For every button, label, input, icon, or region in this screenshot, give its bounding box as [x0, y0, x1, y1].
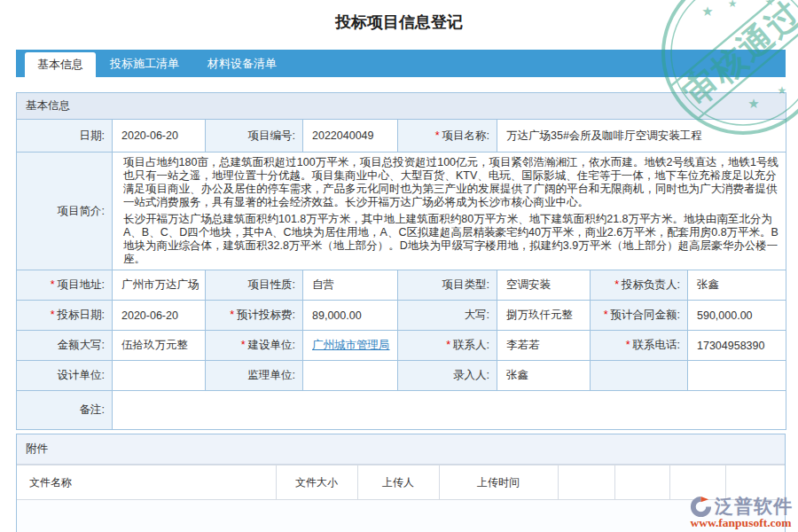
nature-value: 自营: [303, 270, 398, 301]
bid-leader-value: 张鑫: [688, 270, 786, 301]
tab-material-equipment-list[interactable]: 材料设备清单: [193, 50, 291, 77]
col-empty-1: [558, 466, 614, 500]
project-name-label: *项目名称:: [398, 120, 497, 153]
page-title: 投标项目信息登记: [0, 12, 798, 33]
required-mark: *: [435, 129, 440, 142]
star-icon: ★: [728, 0, 738, 10]
tab-bid-construction-list[interactable]: 投标施工清单: [96, 50, 193, 77]
contact-value: 李若若: [497, 331, 591, 361]
col-uploader: 上传人: [357, 466, 439, 500]
required-mark: *: [241, 339, 246, 351]
required-mark: *: [446, 339, 450, 351]
project-no-label: 项目编号:: [206, 120, 303, 153]
summary-label: 项目简介:: [17, 153, 113, 270]
required-mark: *: [626, 339, 630, 351]
table-row: 设计单位: 监理单位: 录入人: 张鑫: [17, 361, 786, 391]
col-file-size: 文件大小: [276, 466, 357, 500]
bid-date-label: *投标日期:: [17, 301, 113, 331]
date-value: 2020-06-20: [113, 120, 206, 153]
table-row: *项目地址: 广州市万达广场 项目性质: 自营 项目类型: 空调安装 *投标负责…: [17, 270, 786, 301]
tab-basic-info[interactable]: 基本信息: [25, 52, 96, 77]
supervisor-unit-label: 监理单位:: [206, 361, 303, 391]
empty-value-cell: [688, 361, 786, 391]
required-mark: *: [230, 309, 234, 321]
col-upload-time: 上传时间: [439, 466, 558, 500]
table-row: 备注:: [17, 391, 786, 430]
phone-label: *联系电话:: [591, 331, 688, 361]
fee-caps-value: 捌万玖仟元整: [497, 301, 591, 331]
fee-caps-label: 大写:: [398, 301, 497, 331]
date-label: 日期:: [17, 120, 113, 153]
design-unit-value: [113, 361, 206, 391]
project-name-value: 万达广场35#会所及咖啡厅空调安装工程: [497, 120, 786, 153]
builder-value: 广州城市管理局: [303, 331, 398, 361]
entry-person-label: 录入人:: [398, 361, 497, 391]
est-contract-value: 590,000.00: [688, 301, 786, 331]
required-mark: *: [51, 309, 55, 321]
amount-caps-label: 金额大写:: [17, 331, 113, 361]
empty-label-cell: [591, 361, 688, 391]
type-value: 空调安装: [497, 270, 591, 301]
star-icon: ★: [765, 0, 775, 8]
attachments-header-row: 文件名称 文件大小 上传人 上传时间: [17, 466, 785, 500]
table-row: *投标日期: 2020-06-20 *预计投标费: 89,000.00 大写: …: [17, 301, 786, 331]
bid-leader-label: *投标负责人:: [591, 270, 688, 301]
fanpu-logo-icon: [689, 495, 713, 519]
est-bid-fee-value: 89,000.00: [303, 301, 398, 331]
design-unit-label: 设计单位:: [17, 361, 113, 391]
basic-info-table: 基本信息 日期: 2020-06-20 项目编号: 2022040049 *项目…: [16, 92, 786, 430]
col-empty-2: [614, 466, 669, 500]
type-label: 项目类型:: [398, 270, 497, 301]
attachments-table: 文件名称 文件大小 上传人 上传时间: [17, 465, 785, 500]
required-mark: *: [51, 278, 55, 291]
attachments-panel: 附件 文件名称 文件大小 上传人 上传时间: [16, 434, 786, 532]
required-mark: *: [604, 309, 608, 321]
bid-date-value: 2020-06-20: [113, 301, 206, 331]
attachments-title: 附件: [17, 434, 785, 465]
tab-bar: 基本信息 投标施工清单 材料设备清单: [16, 50, 786, 77]
address-label: *项目地址:: [17, 270, 113, 301]
table-row: 金额大写: 伍拾玖万元整 *建设单位: 广州城市管理局 *联系人: 李若若 *联…: [17, 331, 786, 361]
section-header-basic-info: 基本信息: [17, 93, 786, 120]
required-mark: *: [614, 278, 619, 291]
builder-label: *建设单位:: [206, 331, 303, 361]
summary-paragraph-2: 长沙开福万达广场总建筑面积约101.8万平方米，其中地上建筑面积约80万平方米、…: [121, 211, 782, 268]
amount-caps-value: 伍拾玖万元整: [113, 331, 206, 361]
vendor-url[interactable]: www.fanpusoft.com: [689, 516, 793, 530]
page: 投标项目信息登记 基本信息 投标施工清单 材料设备清单 基本信息 日期: 202…: [0, 0, 798, 532]
table-row: 项目简介: 项目占地约180亩，总建筑面积超过100万平米，项目总投资超过100…: [17, 153, 786, 270]
summary-paragraph-1: 项目占地约180亩，总建筑面积超过100万平米，项目总投资超过100亿元，项目紧…: [121, 154, 782, 211]
summary-value: 项目占地约180亩，总建筑面积超过100万平米，项目总投资超过100亿元，项目紧…: [113, 153, 786, 270]
contact-label: *联系人:: [398, 331, 497, 361]
project-no-value: 2022040049: [303, 120, 398, 153]
remark-value: [113, 391, 786, 430]
attachments-empty-body: [17, 500, 785, 532]
col-file-name: 文件名称: [17, 466, 276, 500]
nature-label: 项目性质:: [206, 270, 303, 301]
est-bid-fee-label: *预计投标费:: [206, 301, 303, 331]
est-contract-label: *预计合同金额:: [591, 301, 688, 331]
vendor-name: 泛普软件: [715, 494, 793, 519]
address-value: 广州市万达广场: [113, 270, 206, 301]
phone-value: 17304958390: [688, 331, 786, 361]
vendor-logo: 泛普软件 www.fanpusoft.com: [689, 494, 793, 530]
entry-person-value: 张鑫: [497, 361, 591, 391]
supervisor-unit-value: [303, 361, 398, 391]
table-row: 日期: 2020-06-20 项目编号: 2022040049 *项目名称: 万…: [17, 120, 786, 153]
remark-label: 备注:: [17, 391, 113, 430]
builder-link[interactable]: 广州城市管理局: [312, 339, 390, 351]
